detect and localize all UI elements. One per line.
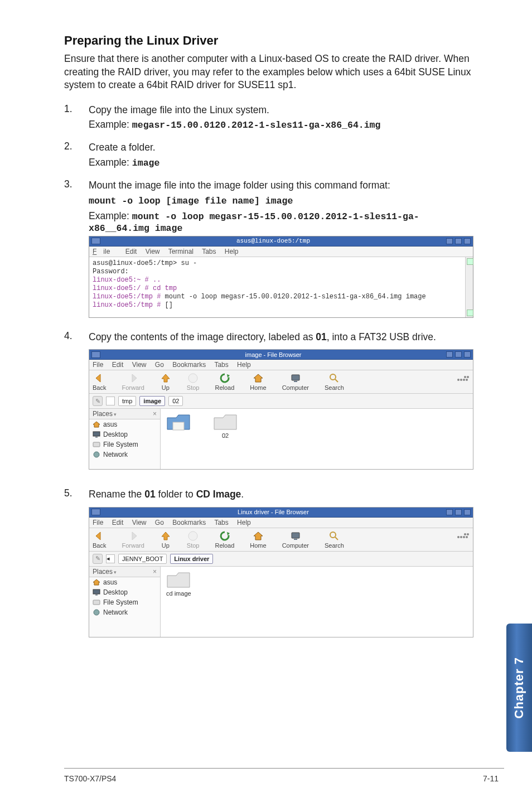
terminal-body[interactable]: asus@linux-doe5:/tmp> su - Password: lin… [89, 257, 473, 317]
close-sidebar-icon[interactable]: × [153, 410, 157, 418]
menu-edit[interactable]: Edit [112, 519, 124, 526]
menu-view[interactable]: View [132, 361, 147, 369]
search-button[interactable]: Search [325, 373, 344, 391]
intro-paragraph: Ensure that there is another computer wi… [64, 52, 473, 92]
scrollbar[interactable] [465, 257, 473, 317]
reload-button[interactable]: Reload [215, 373, 234, 391]
breadcrumb[interactable]: 02 [168, 396, 183, 406]
svg-marker-21 [254, 532, 263, 540]
edit-path-button[interactable]: ✎ [93, 396, 103, 406]
minimize-button[interactable] [446, 351, 453, 357]
menu-go[interactable]: Go [155, 361, 164, 369]
svg-rect-13 [93, 442, 100, 447]
sidebar-item-network[interactable]: Network [89, 607, 160, 617]
menu-bookmarks[interactable]: Bookmarks [172, 361, 206, 369]
menu-file[interactable]: File [93, 519, 103, 526]
step-text: Copy the contents of the image directory… [89, 330, 473, 344]
menu-view[interactable]: View [146, 248, 160, 255]
step-3: 3. Mount the image file into the image f… [64, 178, 473, 318]
step-example: Example: mount -o loop megasr-15-15.00.0… [89, 210, 473, 234]
sidebar-item-filesystem[interactable]: File System [89, 439, 160, 450]
menu-tabs[interactable]: Tabs [214, 519, 228, 526]
breadcrumb[interactable]: image [139, 396, 165, 406]
menu-tabs[interactable]: Tabs [202, 248, 216, 255]
up-button[interactable]: Up [160, 373, 171, 391]
menu-help[interactable]: Help [237, 361, 251, 369]
sidebar-item-asus[interactable]: asus [89, 419, 160, 429]
svg-rect-28 [95, 595, 98, 596]
sidebar-item-asus[interactable]: asus [89, 577, 160, 587]
svg-rect-15 [173, 422, 184, 430]
maximize-button[interactable] [455, 351, 462, 357]
back-button[interactable]: Back [93, 530, 106, 549]
step-text: Copy the image file into the Linux syste… [89, 103, 473, 117]
step-text: Create a folder. [89, 141, 473, 154]
reload-button[interactable]: Reload [215, 530, 234, 549]
terminal-line: linux-doe5:~ # .. [93, 276, 470, 284]
places-dropdown[interactable]: Places [93, 410, 117, 418]
close-button[interactable] [464, 351, 471, 357]
edit-path-button[interactable]: ✎ [93, 554, 103, 564]
menu-terminal[interactable]: Terminal [168, 248, 194, 255]
svg-rect-23 [294, 539, 297, 540]
menu-file[interactable]: File [93, 361, 103, 369]
maximize-button[interactable] [455, 238, 462, 244]
menu-view[interactable]: View [132, 519, 147, 526]
menu-tabs[interactable]: Tabs [214, 361, 228, 369]
forward-button[interactable]: Forward [122, 530, 144, 549]
svg-line-9 [335, 379, 338, 382]
sidebar-item-desktop[interactable]: Desktop [89, 429, 160, 439]
sidebar-item-desktop[interactable]: Desktop [89, 587, 160, 597]
folder-item[interactable]: cd image [166, 570, 191, 597]
breadcrumb[interactable]: tmp [118, 396, 136, 406]
svg-marker-26 [93, 579, 100, 585]
sidebar-item-filesystem[interactable]: File System [89, 597, 160, 607]
svg-marker-20 [227, 532, 230, 535]
back-button[interactable]: Back [93, 373, 106, 391]
path-root-icon[interactable] [106, 397, 115, 405]
breadcrumb[interactable]: Linux driver [170, 554, 213, 564]
stop-button[interactable]: Stop [187, 530, 200, 549]
menu-edit[interactable]: Edit [125, 248, 137, 255]
search-button[interactable]: Search [325, 530, 344, 549]
folder-item[interactable] [166, 412, 191, 439]
svg-marker-0 [96, 374, 100, 382]
home-button[interactable]: Home [250, 373, 266, 391]
folder-label: cd image [166, 590, 191, 597]
step-number: 4. [64, 330, 72, 342]
up-button[interactable]: Up [160, 530, 171, 549]
menu-bookmarks[interactable]: Bookmarks [172, 519, 206, 526]
breadcrumb[interactable]: JENNY_BOOT [118, 554, 167, 564]
menu-help[interactable]: Help [237, 519, 251, 526]
close-button[interactable] [464, 509, 471, 515]
footer-model: TS700-X7/PS4 [64, 774, 116, 783]
path-root-icon[interactable]: ◂ [106, 554, 115, 563]
stop-button[interactable]: Stop [187, 373, 200, 391]
close-button[interactable] [464, 238, 471, 244]
minimize-button[interactable] [446, 238, 453, 244]
svg-line-25 [335, 537, 338, 540]
menu-go[interactable]: Go [155, 519, 164, 526]
step-example: Example: megasr-15.00.0120.2012-1-sles11… [89, 119, 473, 131]
forward-button[interactable]: Forward [122, 373, 144, 391]
fb-content[interactable]: 02 [161, 409, 473, 469]
command-format: mount -o loop [image file name] image [89, 195, 473, 207]
computer-button[interactable]: Computer [282, 373, 309, 391]
minimize-button[interactable] [446, 509, 453, 515]
step-text: Mount the image file into the image fold… [89, 178, 473, 192]
chapter-side-tab: Chapter 7 [506, 624, 532, 752]
maximize-button[interactable] [455, 509, 462, 515]
fb-content[interactable]: cd image [161, 567, 473, 637]
places-dropdown[interactable]: Places [93, 568, 117, 576]
home-button[interactable]: Home [250, 530, 266, 549]
menu-edit[interactable]: Edit [112, 361, 124, 369]
sidebar-item-network[interactable]: Network [89, 450, 160, 460]
close-sidebar-icon[interactable]: × [153, 568, 157, 576]
terminal-line: linux-doe5:/tmp # mount -o loop megasr-1… [93, 293, 470, 301]
folder-item[interactable]: 02 [213, 412, 238, 439]
menu-file[interactable]: File [93, 248, 117, 255]
menu-help[interactable]: Help [225, 248, 239, 255]
computer-button[interactable]: Computer [282, 530, 309, 549]
step-number: 5. [64, 487, 72, 499]
places-sidebar: Places × asus Desktop [89, 567, 161, 637]
